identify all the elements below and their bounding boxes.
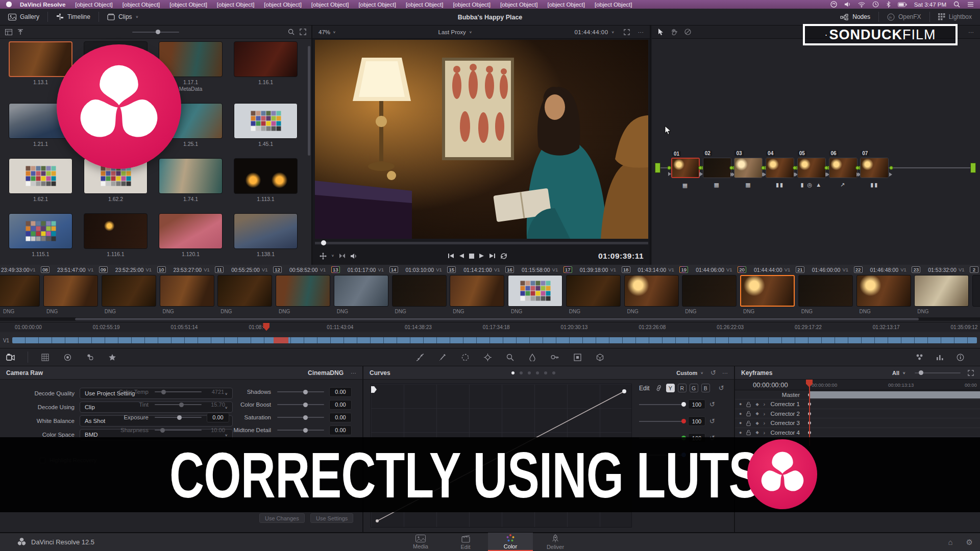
battery-icon[interactable] [898, 2, 907, 7]
clip-header[interactable]: V1 12 00:58:52:00 [262, 265, 320, 274]
scrub-playhead[interactable] [321, 240, 326, 245]
clip-header[interactable]: V1 09 23:52:25:00 [88, 265, 146, 274]
corrector-node[interactable]: 04 ▮▮ [766, 158, 794, 178]
clip-number[interactable]: 16 [505, 266, 514, 273]
menubar-clock[interactable]: Sat 3:47 PM [914, 2, 946, 8]
raw-slider-value[interactable]: 0.00 [329, 413, 352, 422]
expand-icon[interactable] [300, 29, 306, 35]
qualifier-icon[interactable] [437, 352, 448, 363]
still-thumbnail[interactable] [9, 213, 72, 249]
project-manager-icon[interactable]: ⌂ [948, 538, 952, 547]
keyframe-diamond-icon[interactable]: ◆ [755, 430, 758, 435]
reset-icon[interactable]: ↺ [719, 384, 724, 392]
expand-viewer-icon[interactable] [624, 29, 630, 35]
clip-thumbnail-partial[interactable] [0, 275, 40, 307]
still-thumbnail[interactable] [159, 158, 223, 194]
clip-header[interactable]: V1 14 01:03:10:00 [378, 265, 436, 274]
still-thumbnail[interactable] [234, 158, 298, 194]
viewer-scrub-bar[interactable] [315, 242, 648, 244]
gallery-scrollbar[interactable] [308, 46, 310, 156]
use-settings-button[interactable]: Use Settings [310, 513, 353, 523]
raw-slider-handle[interactable] [177, 415, 182, 420]
raw-slider[interactable] [277, 391, 324, 392]
thumb-size-slider[interactable] [132, 32, 179, 33]
still-thumbnail[interactable] [234, 103, 298, 139]
lock-icon[interactable] [746, 420, 751, 426]
motion-effects-icon[interactable] [84, 352, 95, 363]
expand-chevron-icon[interactable]: › [764, 430, 766, 436]
chevron-down-icon[interactable]: ∨ [331, 254, 334, 258]
clip-header[interactable]: V1 18 01:43:14:00 [610, 265, 669, 274]
menu-item[interactable]: [object Object] [169, 2, 207, 8]
clip-header[interactable]: V1 11 00:55:25:00 [204, 265, 262, 274]
tab-media[interactable]: Media [398, 533, 443, 551]
expand-chevron-icon[interactable]: › [764, 411, 766, 417]
clip-header[interactable]: V1 23 01:53:32:00 [900, 265, 959, 274]
raw-slider-handle[interactable] [303, 415, 308, 420]
3d-palette-icon[interactable] [594, 352, 605, 363]
raw-slider-value[interactable]: 0.00 [207, 413, 229, 422]
clip-header[interactable]: V1 08 23:51:47:00 [30, 265, 88, 274]
still-thumbnail[interactable] [9, 158, 72, 194]
raw-slider-handle[interactable] [303, 428, 308, 433]
reset-icon[interactable]: ↺ [709, 417, 715, 425]
keyframe-track-row[interactable]: ● ◆ › Master [735, 390, 980, 399]
stop-icon[interactable] [469, 254, 474, 259]
import-still-icon[interactable] [17, 29, 23, 35]
node-input-dot[interactable] [793, 166, 797, 170]
still-thumbnail[interactable] [9, 41, 72, 77]
clip-number[interactable]: 18 [622, 266, 630, 273]
menu-item[interactable]: [object Object] [453, 2, 491, 8]
reset-icon[interactable]: ↺ [710, 369, 716, 377]
nodes-button[interactable]: Nodes [832, 9, 878, 25]
project-settings-icon[interactable]: ⚙ [966, 538, 973, 547]
clip-header[interactable]: V1 22 01:46:48:00 [843, 265, 901, 274]
menu-item[interactable]: [object Object] [406, 2, 444, 8]
gallery-still[interactable]: 1.116.1 [84, 213, 148, 258]
menu-item[interactable]: [object Object] [217, 2, 255, 8]
channel-button[interactable]: G [690, 384, 698, 392]
blur-palette-icon[interactable] [527, 352, 538, 363]
apple-icon[interactable] [6, 2, 12, 7]
enable-dot-icon[interactable]: ● [739, 430, 742, 435]
timeline-button[interactable]: Timeline [48, 9, 99, 25]
play-reverse-icon[interactable] [459, 253, 464, 259]
channel-button[interactable]: R [678, 384, 687, 392]
pointer-tool-icon[interactable] [658, 29, 664, 36]
enable-dot-icon[interactable]: ● [739, 402, 742, 407]
raw-slider-handle[interactable] [179, 403, 184, 407]
expand-icon[interactable] [968, 370, 974, 376]
raw-slider-value[interactable]: 0.00 [329, 387, 352, 397]
gallery-button[interactable]: Gallery [0, 9, 47, 25]
raw-slider-value[interactable]: 4721 [207, 387, 229, 397]
rgb-mixer-icon[interactable] [62, 352, 73, 363]
creative-cloud-icon[interactable] [830, 1, 837, 8]
bypass-icon[interactable] [684, 29, 691, 35]
node-input-dot[interactable] [824, 166, 828, 170]
viewer-timecode-select[interactable]: 01:44:44:00∨ [574, 29, 614, 35]
menu-item[interactable]: [object Object] [75, 2, 113, 8]
clip-thumbnail[interactable] [856, 275, 911, 307]
loop-icon[interactable] [500, 253, 507, 259]
panel-options-icon[interactable]: ··· [351, 370, 356, 376]
clip-header[interactable]: V1 21 01:46:00:00 [785, 265, 843, 274]
hand-tool-icon[interactable] [671, 29, 677, 35]
clip-number[interactable]: 22 [854, 266, 863, 273]
previous-clip-icon[interactable] [448, 253, 454, 259]
corrector-node[interactable]: 02 ▦ [703, 158, 731, 178]
clip-thumbnail[interactable] [392, 275, 447, 307]
clip-thumbnail[interactable] [740, 275, 795, 307]
clips-button[interactable]: Clips ∨ [99, 9, 147, 25]
raw-slider[interactable] [155, 430, 202, 431]
clip-number[interactable]: 15 [447, 266, 456, 273]
lock-icon[interactable] [746, 411, 751, 416]
expand-chevron-icon[interactable]: › [764, 420, 766, 426]
use-changes-button[interactable]: Use Changes [259, 513, 305, 523]
gallery-view-icon[interactable] [5, 29, 12, 35]
gang-link-icon[interactable] [655, 385, 663, 391]
menu-item[interactable]: [object Object] [122, 2, 160, 8]
gallery-still[interactable]: 1.113.1 [234, 158, 298, 203]
notification-center-icon[interactable] [967, 2, 974, 7]
spotlight-icon[interactable] [953, 1, 960, 8]
keyframe-zoom-slider[interactable] [915, 372, 961, 373]
